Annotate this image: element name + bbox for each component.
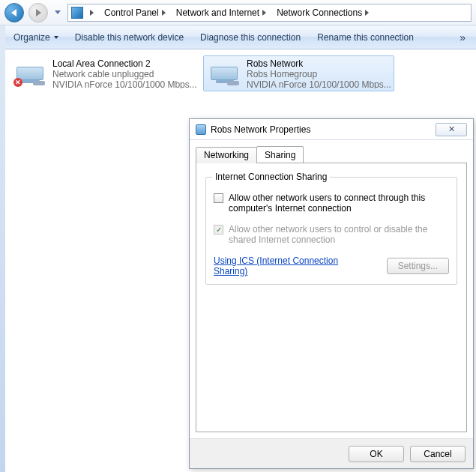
- organize-label: Organize: [13, 32, 50, 43]
- overflow-chevron-icon[interactable]: »: [455, 31, 470, 43]
- organize-menu[interactable]: Organize: [6, 29, 66, 46]
- tab-networking[interactable]: Networking: [196, 147, 257, 163]
- connection-item[interactable]: ✕ Local Area Connection 2 Network cable …: [9, 55, 200, 91]
- breadcrumb-item[interactable]: Network and Internet: [172, 4, 270, 21]
- back-button[interactable]: [4, 3, 24, 22]
- tab-sharing[interactable]: Sharing: [256, 146, 304, 163]
- nic-icon: [211, 67, 238, 80]
- breadcrumb-item[interactable]: Control Panel: [100, 4, 169, 21]
- settings-button: Settings...: [387, 258, 449, 274]
- connection-icon: [206, 58, 242, 88]
- connection-title: Robs Network: [247, 58, 391, 69]
- connection-title: Local Area Connection 2: [52, 58, 197, 69]
- network-icon: [196, 124, 206, 135]
- diagnose-button[interactable]: Diagnose this connection: [193, 29, 308, 46]
- cancel-button[interactable]: Cancel: [410, 446, 466, 462]
- properties-dialog: Robs Network Properties ✕ Networking Sha…: [189, 118, 474, 469]
- breadcrumb-label: Control Panel: [104, 7, 159, 18]
- connection-status: Network cable unplugged: [52, 69, 197, 79]
- close-button[interactable]: ✕: [436, 123, 467, 136]
- breadcrumb-root-chevron[interactable]: [86, 4, 97, 21]
- groupbox-legend: Internet Connection Sharing: [212, 172, 330, 182]
- forward-button[interactable]: [28, 3, 48, 22]
- arrow-left-icon: [11, 9, 16, 16]
- connection-icon: ✕: [12, 58, 48, 88]
- allow-connect-label: Allow other network users to connect thr…: [229, 193, 449, 214]
- command-bar: Organize Disable this network device Dia…: [0, 25, 476, 49]
- connection-adapter: NVIDIA nForce 10/100/1000 Mbps...: [52, 79, 197, 88]
- ics-groupbox: Internet Connection Sharing Allow other …: [205, 177, 457, 285]
- breadcrumb-item[interactable]: Network Connections: [273, 4, 373, 21]
- rename-button[interactable]: Rename this connection: [310, 29, 421, 46]
- chevron-down-icon: [54, 36, 58, 39]
- ics-help-link[interactable]: Using ICS (Internet Connection Sharing): [214, 255, 369, 276]
- disable-device-button[interactable]: Disable this network device: [67, 29, 191, 46]
- allow-connect-checkbox[interactable]: [214, 193, 223, 203]
- allow-control-label: Allow other network users to control or …: [229, 224, 449, 245]
- error-badge-icon: ✕: [13, 78, 22, 87]
- breadcrumb-label: Network Connections: [277, 7, 362, 18]
- dialog-title: Robs Network Properties: [211, 124, 310, 135]
- connection-status: Robs Homegroup: [247, 69, 391, 79]
- connections-list: ✕ Local Area Connection 2 Network cable …: [0, 49, 476, 97]
- dialog-titlebar[interactable]: Robs Network Properties ✕: [190, 119, 473, 140]
- nav-history-dropdown[interactable]: [52, 3, 63, 22]
- check-icon: ✓: [216, 226, 222, 234]
- close-icon: ✕: [448, 124, 455, 134]
- cable-icon: [227, 81, 239, 85]
- dialog-footer: OK Cancel: [190, 438, 473, 468]
- address-bar: Control Panel Network and Internet Netwo…: [0, 0, 476, 25]
- breadcrumb[interactable]: Control Panel Network and Internet Netwo…: [67, 4, 472, 22]
- control-panel-icon: [71, 7, 83, 19]
- ok-button[interactable]: OK: [349, 446, 404, 462]
- cable-icon: [33, 81, 45, 85]
- breadcrumb-label: Network and Internet: [176, 7, 259, 18]
- tab-panel-sharing: Internet Connection Sharing Allow other …: [196, 163, 467, 432]
- tab-strip: Networking Sharing: [196, 146, 467, 163]
- connection-adapter: NVIDIA nForce 10/100/1000 Mbps...: [247, 79, 391, 88]
- connection-item[interactable]: Robs Network Robs Homegroup NVIDIA nForc…: [203, 55, 394, 91]
- arrow-right-icon: [36, 9, 41, 16]
- allow-control-checkbox: ✓: [214, 225, 223, 235]
